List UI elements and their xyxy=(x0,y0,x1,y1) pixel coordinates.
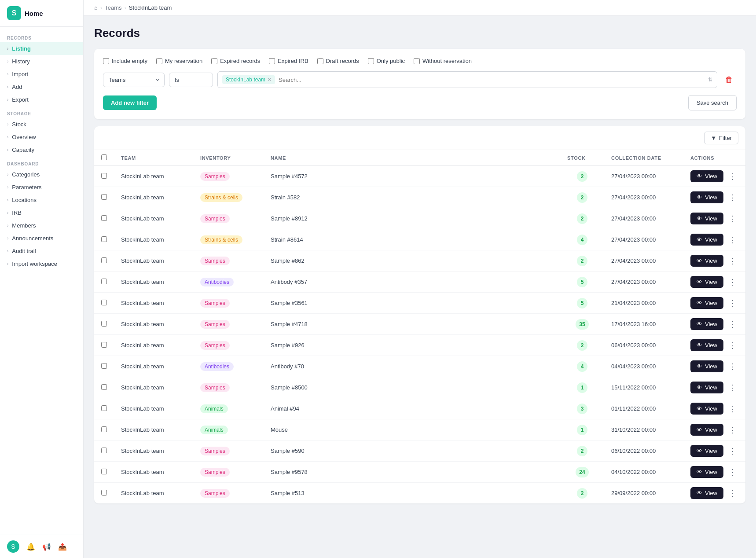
more-options-button[interactable]: ⋮ xyxy=(727,445,738,457)
more-options-button[interactable]: ⋮ xyxy=(727,171,738,182)
sidebar-item-overview[interactable]: › Overview xyxy=(0,131,83,143)
sidebar-item-history[interactable]: › History xyxy=(0,55,83,68)
more-options-button[interactable]: ⋮ xyxy=(727,424,738,436)
row-checkbox[interactable] xyxy=(101,448,107,453)
view-button[interactable]: 👁 View xyxy=(690,297,723,309)
view-button[interactable]: 👁 View xyxy=(690,360,723,372)
sidebar-item-export[interactable]: › Export xyxy=(0,93,83,106)
include-empty-checkbox[interactable] xyxy=(103,58,109,64)
row-checkbox[interactable] xyxy=(101,426,107,432)
view-button[interactable]: 👁 View xyxy=(690,382,723,393)
save-search-button[interactable]: Save search xyxy=(688,95,737,110)
delete-filter-button[interactable]: 🗑 xyxy=(722,73,737,86)
my-reservation-checkbox[interactable] xyxy=(156,58,162,64)
more-options-button[interactable]: ⋮ xyxy=(727,255,738,267)
row-checkbox[interactable] xyxy=(101,342,107,348)
view-button[interactable]: 👁 View xyxy=(690,170,723,182)
more-options-button[interactable]: ⋮ xyxy=(727,466,738,478)
sidebar-item-categories[interactable]: › Categories xyxy=(0,168,83,181)
filter-operator-select[interactable]: Is Is not Contains xyxy=(169,73,213,87)
logo-area[interactable]: S Home xyxy=(0,0,83,27)
checkbox-expired-irb[interactable]: Expired IRB xyxy=(269,58,308,64)
add-filter-button[interactable]: Add new filter xyxy=(103,95,157,110)
row-checkbox[interactable] xyxy=(101,194,107,200)
row-checkbox[interactable] xyxy=(101,405,107,411)
sidebar-item-irb[interactable]: › IRB xyxy=(0,206,83,219)
notifications-icon[interactable]: 🔔 xyxy=(26,543,35,551)
more-options-button[interactable]: ⋮ xyxy=(727,361,738,372)
view-button[interactable]: 👁 View xyxy=(690,318,723,330)
sidebar-item-audit-trail[interactable]: › Audit trail xyxy=(0,245,83,257)
user-avatar[interactable]: S xyxy=(7,540,19,553)
row-inventory: Samples xyxy=(193,166,264,187)
view-button[interactable]: 👁 View xyxy=(690,403,723,415)
table-filter-button[interactable]: ▼ Filter xyxy=(704,132,738,144)
sidebar-item-capacity[interactable]: › Capacity xyxy=(0,143,83,156)
row-checkbox[interactable] xyxy=(101,469,107,474)
row-checkbox[interactable] xyxy=(101,215,107,221)
view-button[interactable]: 👁 View xyxy=(690,276,723,288)
view-button[interactable]: 👁 View xyxy=(690,466,723,478)
expired-records-checkbox[interactable] xyxy=(211,58,217,64)
expired-irb-checkbox[interactable] xyxy=(269,58,275,64)
view-button[interactable]: 👁 View xyxy=(690,424,723,436)
home-icon[interactable]: ⌂ xyxy=(94,4,98,11)
megaphone-icon[interactable]: 📢 xyxy=(42,543,51,551)
filter-search-input[interactable] xyxy=(279,77,705,83)
only-public-checkbox[interactable] xyxy=(368,58,374,64)
more-options-button[interactable]: ⋮ xyxy=(727,276,738,288)
view-button[interactable]: 👁 View xyxy=(690,213,723,224)
view-button[interactable]: 👁 View xyxy=(690,234,723,246)
more-options-button[interactable]: ⋮ xyxy=(727,234,738,246)
view-button[interactable]: 👁 View xyxy=(690,339,723,351)
filter-tags-input[interactable]: StockInLab team ✕ ⇅ xyxy=(217,71,717,88)
checkbox-expired-records[interactable]: Expired records xyxy=(211,58,260,64)
sidebar-item-listing[interactable]: › Listing xyxy=(0,42,83,55)
more-options-button[interactable]: ⋮ xyxy=(727,340,738,351)
sidebar-item-import-workspace[interactable]: › Import workspace xyxy=(0,257,83,270)
sidebar-item-parameters[interactable]: › Parameters xyxy=(0,181,83,194)
more-options-button[interactable]: ⋮ xyxy=(727,403,738,415)
select-all-checkbox[interactable] xyxy=(101,154,107,160)
filter-tag-stockinlab: StockInLab team ✕ xyxy=(222,75,275,84)
without-reservation-checkbox[interactable] xyxy=(414,58,420,64)
sidebar-item-add[interactable]: › Add xyxy=(0,81,83,93)
draft-records-checkbox[interactable] xyxy=(317,58,323,64)
sidebar-item-members[interactable]: › Members xyxy=(0,219,83,232)
checkbox-without-reservation[interactable]: Without reservation xyxy=(414,58,472,64)
checkbox-draft-records[interactable]: Draft records xyxy=(317,58,359,64)
more-options-button[interactable]: ⋮ xyxy=(727,297,738,309)
row-checkbox[interactable] xyxy=(101,490,107,496)
row-checkbox[interactable] xyxy=(101,363,107,369)
row-checkbox[interactable] xyxy=(101,384,107,390)
filter-field-select[interactable]: Teams Name Inventory Stock xyxy=(103,73,165,87)
more-options-button[interactable]: ⋮ xyxy=(727,192,738,203)
row-checkbox[interactable] xyxy=(101,321,107,327)
filter-tag-remove[interactable]: ✕ xyxy=(267,77,272,83)
row-checkbox[interactable] xyxy=(101,279,107,284)
stock-badge: 2 xyxy=(577,340,587,351)
more-options-button[interactable]: ⋮ xyxy=(727,382,738,393)
breadcrumb-teams[interactable]: Teams xyxy=(105,4,121,11)
more-options-button[interactable]: ⋮ xyxy=(727,213,738,224)
row-checkbox[interactable] xyxy=(101,236,107,242)
row-checkbox[interactable] xyxy=(101,257,107,263)
sidebar-item-announcements[interactable]: › Announcements xyxy=(0,232,83,245)
sidebar-item-stock[interactable]: › Stock xyxy=(0,118,83,131)
sidebar-item-locations[interactable]: › Locations xyxy=(0,194,83,206)
view-button[interactable]: 👁 View xyxy=(690,255,723,267)
row-checkbox[interactable] xyxy=(101,173,107,179)
checkbox-only-public[interactable]: Only public xyxy=(368,58,405,64)
more-options-button[interactable]: ⋮ xyxy=(727,319,738,330)
view-button[interactable]: 👁 View xyxy=(690,487,723,499)
row-checkbox[interactable] xyxy=(101,300,107,305)
checkbox-include-empty[interactable]: Include empty xyxy=(103,58,147,64)
row-checkbox-cell xyxy=(94,483,114,504)
checkbox-my-reservation[interactable]: My reservation xyxy=(156,58,202,64)
view-button[interactable]: 👁 View xyxy=(690,191,723,203)
view-button[interactable]: 👁 View xyxy=(690,445,723,457)
sidebar-item-import[interactable]: › Import xyxy=(0,68,83,81)
import-icon[interactable]: 📤 xyxy=(58,543,67,551)
filter-arrows-icon[interactable]: ⇅ xyxy=(708,77,712,83)
more-options-button[interactable]: ⋮ xyxy=(727,488,738,499)
